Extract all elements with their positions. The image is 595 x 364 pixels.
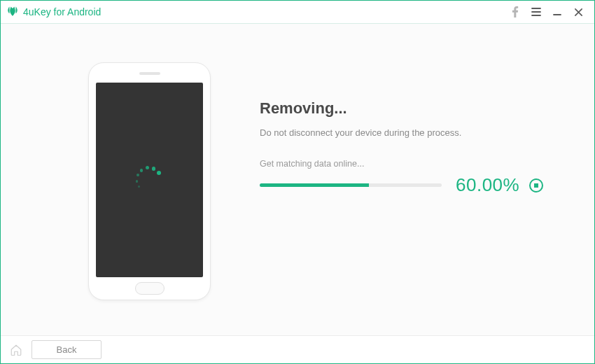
progress-bar-fill xyxy=(260,183,369,187)
title-bar-left: 4uKey for Android xyxy=(6,6,101,18)
title-bar: 4uKey for Android xyxy=(1,1,594,24)
progress-bar xyxy=(260,183,442,187)
home-icon[interactable] xyxy=(6,340,26,360)
progress-row: 60.00% xyxy=(260,174,559,196)
facebook-icon[interactable] xyxy=(505,1,526,22)
phone-mockup xyxy=(88,62,211,300)
phone-home-button xyxy=(135,282,164,295)
phone-speaker xyxy=(139,72,160,75)
progress-percentage: 60.00% xyxy=(456,174,519,196)
back-button[interactable]: Back xyxy=(31,340,102,359)
close-button[interactable] xyxy=(568,1,589,22)
minimize-button[interactable] xyxy=(547,1,568,22)
app-title: 4uKey for Android xyxy=(23,6,101,18)
loading-spinner-icon xyxy=(134,164,165,195)
footer-bar: Back xyxy=(1,335,594,363)
main-area: Removing... Do not disconnect your devic… xyxy=(1,24,594,335)
menu-icon[interactable] xyxy=(526,1,547,22)
app-logo-icon xyxy=(6,6,19,18)
progress-status: Get matching data online... xyxy=(260,159,559,169)
progress-content: Removing... Do not disconnect your devic… xyxy=(260,99,559,196)
title-bar-right xyxy=(505,1,589,22)
progress-heading: Removing... xyxy=(260,99,559,118)
stop-button[interactable] xyxy=(529,178,543,192)
phone-screen xyxy=(96,83,203,277)
progress-subtext: Do not disconnect your device during the… xyxy=(260,127,559,138)
back-button-label: Back xyxy=(57,344,77,355)
